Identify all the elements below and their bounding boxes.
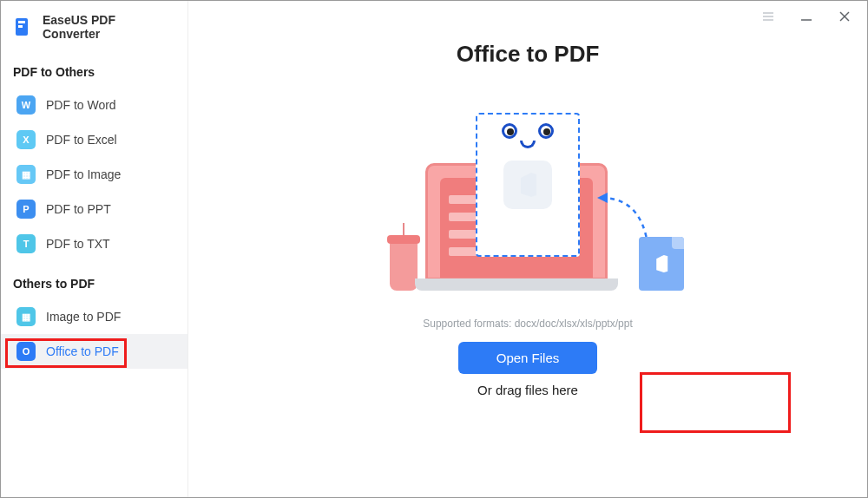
nav-pdf-to-txt[interactable]: T PDF to TXT — [1, 226, 187, 261]
sidebar-section-header-2: Others to PDF — [1, 268, 187, 299]
nav-pdf-to-image[interactable]: ▦ PDF to Image — [1, 157, 187, 192]
office-logo-ghost-icon — [503, 161, 552, 209]
minimize-icon[interactable] — [799, 10, 813, 23]
image-icon: ▦ — [16, 307, 36, 326]
app-logo-icon — [13, 16, 34, 37]
app-title: EaseUS PDF Converter — [43, 13, 175, 41]
document-placeholder-icon — [476, 113, 580, 257]
nav-label: PDF to Image — [46, 167, 121, 181]
office-icon: O — [16, 342, 36, 361]
nav-image-to-pdf[interactable]: ▦ Image to PDF — [1, 299, 187, 334]
ppt-icon: P — [16, 200, 36, 219]
nav-pdf-to-excel[interactable]: X PDF to Excel — [1, 122, 187, 157]
close-icon[interactable] — [838, 10, 852, 23]
svg-rect-1 — [18, 21, 25, 23]
app-window: EaseUS PDF Converter PDF to Others W PDF… — [1, 1, 867, 497]
nav-label: PDF to TXT — [46, 237, 110, 251]
supported-formats-text: Supported formats: docx/doc/xlsx/xls/ppt… — [423, 318, 632, 330]
main-panel: Office to PDF — [188, 1, 867, 497]
menu-icon[interactable] — [761, 10, 775, 23]
nav-label: PDF to PPT — [46, 202, 111, 216]
window-controls — [761, 10, 852, 23]
txt-icon: T — [16, 234, 36, 253]
word-icon: W — [16, 95, 36, 115]
nav-label: PDF to Word — [46, 98, 116, 112]
nav-label: Image to PDF — [46, 310, 121, 324]
nav-pdf-to-ppt[interactable]: P PDF to PPT — [1, 192, 187, 226]
nav-label: PDF to Excel — [46, 133, 117, 147]
office-document-icon — [639, 237, 684, 291]
nav-pdf-to-word[interactable]: W PDF to Word — [1, 88, 187, 122]
nav-office-to-pdf[interactable]: O Office to PDF — [1, 334, 187, 369]
svg-rect-2 — [18, 25, 23, 28]
page-title: Office to PDF — [188, 41, 867, 68]
app-logo-row: EaseUS PDF Converter — [1, 6, 187, 56]
excel-icon: X — [16, 130, 36, 149]
laptop-base-icon — [415, 278, 618, 291]
nav-label: Office to PDF — [46, 344, 119, 358]
sidebar: EaseUS PDF Converter PDF to Others W PDF… — [1, 1, 188, 497]
image-icon: ▦ — [16, 165, 36, 184]
illustration-zone: Supported formats: docx/doc/xlsx/xls/ppt… — [188, 120, 867, 397]
drag-files-text: Or drag files here — [477, 383, 578, 397]
sidebar-section-header-1: PDF to Others — [1, 56, 187, 88]
open-files-button[interactable]: Open Files — [458, 342, 598, 374]
laptop-illustration — [380, 120, 675, 302]
